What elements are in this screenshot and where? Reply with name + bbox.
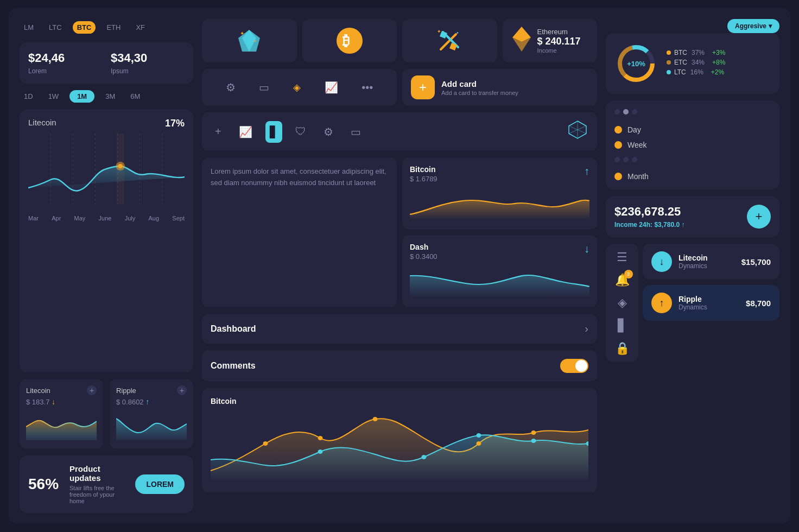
dash-value: $ 0.3400 bbox=[410, 252, 437, 261]
tab-ltc[interactable]: LTC bbox=[45, 21, 66, 34]
lorem-text: Lorem ipsum dolor sit amet, consectetuer… bbox=[211, 166, 388, 189]
widget-shield-icon[interactable]: 🛡 bbox=[291, 121, 310, 142]
widget-chart-icon[interactable]: 📈 bbox=[234, 121, 257, 143]
dash-down-arrow: ↓ bbox=[584, 243, 589, 255]
card-icon[interactable]: ▭ bbox=[259, 81, 269, 94]
balance-income-arrow: ↑ bbox=[681, 221, 684, 229]
svg-point-31 bbox=[531, 430, 536, 435]
chart-months: Mar Apr May June July Aug Sept bbox=[28, 215, 185, 221]
menu-icon[interactable]: ☰ bbox=[617, 250, 627, 264]
sm-dot-1 bbox=[614, 109, 620, 115]
bar-chart-icon[interactable]: ▋ bbox=[618, 319, 627, 333]
widget-add-icon[interactable]: + bbox=[211, 121, 226, 142]
litecoin-down-icon: ↓ bbox=[651, 251, 672, 272]
dashboard-arrow: › bbox=[585, 322, 588, 335]
litecoin-percent: 17% bbox=[165, 118, 185, 129]
period-1d[interactable]: 1D bbox=[20, 90, 37, 103]
more-icon[interactable]: ••• bbox=[362, 81, 373, 94]
gem-sidebar-icon[interactable]: ◈ bbox=[618, 296, 627, 310]
litecoin-chart-svg bbox=[28, 134, 185, 210]
progress-info: Product updates Stair lifts free the fre… bbox=[69, 464, 126, 504]
litecoin-list-info: Litecoin Dynamics bbox=[678, 254, 708, 270]
token-icon[interactable]: ◈ bbox=[293, 81, 301, 93]
progress-btn[interactable]: LOREM bbox=[135, 474, 185, 494]
bitcoin-up-arrow: ↑ bbox=[584, 165, 589, 178]
ripple-add-btn[interactable]: + bbox=[177, 385, 187, 395]
bell-icon[interactable]: 🔔 3 bbox=[615, 273, 630, 287]
period-month[interactable]: Month bbox=[614, 172, 771, 181]
crypto-cards-col: Bitcoin $ 1.6789 ↑ bbox=[402, 157, 597, 307]
content-row: Lorem ipsum dolor sit amet, consectetuer… bbox=[202, 157, 597, 307]
add-card-desc: Add a card to transfer money bbox=[441, 90, 518, 96]
period-1w[interactable]: 1W bbox=[44, 90, 64, 103]
widget-card-icon[interactable]: ▭ bbox=[346, 121, 365, 143]
lock-icon[interactable]: 🔒 bbox=[615, 341, 630, 356]
mining-icon-card[interactable]: ✦ ✦ bbox=[402, 19, 497, 62]
litecoin-chart-card: Litecoin 17% bbox=[20, 109, 193, 372]
tab-btc[interactable]: BTC bbox=[73, 21, 96, 34]
bitcoin-mini-chart bbox=[410, 187, 589, 220]
litecoin-arrow-down: ↓ bbox=[52, 397, 55, 406]
period-6m[interactable]: 6M bbox=[126, 90, 144, 103]
balance-value: $236,678.25 bbox=[614, 205, 684, 219]
progress-desc: Stair lifts free the freedom of ypour ho… bbox=[69, 485, 126, 504]
stat-label-2: Ipsum bbox=[111, 67, 185, 75]
month-aug: Aug bbox=[149, 215, 160, 221]
period-nav: 1D 1W 1M 3M 6M bbox=[20, 90, 193, 103]
aggressive-btn[interactable]: Aggresive ▾ bbox=[727, 19, 779, 33]
chevron-down-icon: ▾ bbox=[769, 22, 772, 30]
chart-icon[interactable]: 📈 bbox=[325, 81, 338, 94]
settings-icon[interactable]: ⚙ bbox=[226, 81, 236, 94]
notification-badge: 3 bbox=[624, 270, 633, 278]
litecoin-add-btn[interactable]: + bbox=[87, 385, 97, 395]
period-week[interactable]: Week bbox=[614, 141, 771, 149]
3d-cube-icon bbox=[567, 119, 588, 144]
period-day[interactable]: Day bbox=[614, 125, 771, 134]
ltc-dot bbox=[667, 70, 671, 74]
dashboard-card[interactable]: Dashboard › bbox=[202, 314, 597, 344]
crypto-list: ↓ Litecoin Dynamics $15,700 ↑ Ripple Dyn… bbox=[643, 244, 779, 321]
toggle-dot bbox=[575, 360, 587, 372]
month-apr: Apr bbox=[52, 215, 61, 221]
icon-row-top: ✦ ✦ ₿ ✦ ✦ bbox=[202, 19, 597, 62]
balance-income-value: $3,780.0 bbox=[654, 221, 680, 229]
svg-point-34 bbox=[476, 433, 481, 438]
litecoin-list-price: $15,700 bbox=[741, 257, 771, 267]
toolbar-row: ⚙ ▭ ◈ 📈 ••• + Add card Add a card to tra… bbox=[202, 69, 597, 106]
widget-bar-icon[interactable]: ▋ bbox=[265, 121, 282, 143]
bitcoin-chart-card: Bitcoin bbox=[202, 388, 597, 492]
stats-card: $24,46 Lorem $34,30 Ipsum bbox=[20, 42, 193, 84]
week-label: Week bbox=[627, 141, 647, 149]
stat-value-2: $34,30 bbox=[111, 51, 185, 65]
ripple-list-name: Ripple bbox=[678, 295, 707, 303]
svg-text:✦: ✦ bbox=[437, 29, 441, 34]
ripple-list-val: $8,700 bbox=[746, 299, 771, 308]
progress-title: Product updates bbox=[69, 464, 126, 483]
sm-dot-6 bbox=[632, 157, 637, 162]
bitcoin-icon-card[interactable]: ₿ bbox=[302, 19, 397, 62]
comments-toggle[interactable] bbox=[560, 359, 588, 373]
litecoin-list-val: $15,700 bbox=[741, 257, 771, 267]
month-may: May bbox=[74, 215, 86, 221]
tab-xf[interactable]: XF bbox=[131, 21, 149, 34]
litecoin-mini-value: $ 183.7 ↓ bbox=[26, 397, 97, 406]
tab-eth[interactable]: ETH bbox=[102, 21, 125, 34]
add-card-btn[interactable]: + bbox=[411, 75, 435, 99]
litecoin-mini-card: Litecoin + $ 183.7 ↓ bbox=[20, 379, 103, 449]
ethereum-info: Ethereum $ 240.117 Income bbox=[537, 28, 581, 54]
sm-dot-3 bbox=[632, 109, 637, 115]
period-3m[interactable]: 3M bbox=[101, 90, 119, 103]
sm-dot-4 bbox=[614, 157, 620, 162]
ripple-mini-title: Ripple bbox=[116, 387, 136, 395]
svg-rect-8 bbox=[117, 134, 124, 204]
btc-dot bbox=[667, 50, 671, 55]
diamond-icon: ✦ ✦ bbox=[236, 27, 263, 54]
balance-add-btn[interactable]: + bbox=[747, 205, 771, 229]
gem-icon-card[interactable]: ✦ ✦ bbox=[202, 19, 297, 62]
ethereum-label: Income bbox=[537, 47, 581, 54]
widget-settings-icon[interactable]: ⚙ bbox=[319, 121, 338, 143]
period-1m[interactable]: 1M bbox=[69, 90, 94, 103]
tab-lm[interactable]: LM bbox=[20, 21, 38, 34]
month-label: Month bbox=[627, 172, 649, 181]
ethereum-value: $ 240.117 bbox=[537, 36, 581, 47]
